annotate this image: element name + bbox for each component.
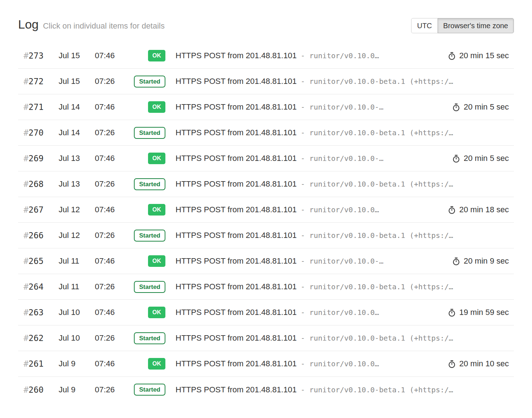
log-row[interactable]: #262 Jul 10 07:26 Started HTTPS POST fro… [18, 325, 514, 351]
status-badge-cell: Started [129, 76, 165, 88]
row-date: Jul 10 [59, 333, 95, 343]
row-date: Jul 9 [59, 359, 95, 368]
log-row[interactable]: #268 Jul 13 07:26 Started HTTPS POST fro… [18, 171, 514, 197]
duration-cell: 20 min 9 sec [452, 256, 509, 266]
row-time: 07:46 [95, 154, 129, 163]
status-badge-cell: Started [129, 281, 165, 293]
row-number-cell: #261 [24, 359, 59, 368]
row-number: 263 [29, 308, 44, 317]
stopwatch-icon [448, 52, 456, 60]
user-agent: - runitor/v0.10.0-… [301, 103, 384, 111]
title-wrap: LogClick on individual items for details [18, 18, 165, 30]
stopwatch-icon [452, 257, 460, 265]
event-description-cell: HTTPS POST from 201.48.81.101 - runitor/… [165, 256, 447, 266]
row-number-cell: #266 [24, 231, 59, 240]
row-number: 273 [29, 51, 44, 60]
stopwatch-icon [452, 154, 460, 163]
log-row[interactable]: #263 Jul 10 07:46 OK HTTPS POST from 201… [18, 300, 514, 325]
row-number-hash: # [24, 179, 29, 189]
event-description: HTTPS POST from 201.48.81.101 [176, 154, 297, 163]
row-number-hash: # [24, 282, 29, 291]
row-number-hash: # [24, 333, 29, 343]
event-description: HTTPS POST from 201.48.81.101 [176, 51, 297, 60]
row-date: Jul 13 [59, 179, 95, 189]
event-description: HTTPS POST from 201.48.81.101 [176, 128, 297, 137]
user-agent: - runitor/v0.10.0-beta.1 (+https:/… [301, 282, 453, 291]
row-time: 07:46 [95, 205, 129, 214]
log-row[interactable]: #270 Jul 14 07:26 Started HTTPS POST fro… [18, 120, 514, 146]
log-row[interactable]: #273 Jul 15 07:46 OK HTTPS POST from 201… [18, 43, 514, 69]
row-date: Jul 11 [59, 256, 95, 266]
status-badge: Started [134, 230, 165, 242]
user-agent: - runitor/v0.10.0-beta.1 (+https:/… [301, 334, 453, 342]
stopwatch-icon [452, 103, 460, 111]
status-badge: OK [148, 204, 165, 216]
row-number-hash: # [24, 128, 29, 137]
status-badge-cell: Started [129, 127, 165, 139]
event-description-cell: HTTPS POST from 201.48.81.101 - runitor/… [165, 359, 443, 368]
row-number-cell: #260 [24, 385, 59, 394]
row-number-hash: # [24, 102, 29, 112]
log-row[interactable]: #265 Jul 11 07:46 OK HTTPS POST from 201… [18, 248, 514, 274]
event-description-cell: HTTPS POST from 201.48.81.101 - runitor/… [165, 154, 447, 163]
status-badge: OK [148, 358, 165, 370]
duration-cell: 20 min 18 sec [448, 205, 509, 214]
event-description-cell: HTTPS POST from 201.48.81.101 - runitor/… [165, 51, 443, 60]
duration-text: 20 min 5 sec [464, 102, 509, 112]
status-badge: OK [148, 307, 165, 318]
status-badge-cell: OK [129, 204, 165, 216]
status-badge: Started [134, 281, 165, 293]
row-date: Jul 12 [59, 231, 95, 240]
utc-button[interactable]: UTC [411, 18, 438, 33]
user-agent: - runitor/v0.10.0-beta.1 (+https:/… [301, 77, 453, 86]
log-row[interactable]: #267 Jul 12 07:46 OK HTTPS POST from 201… [18, 197, 514, 223]
user-agent: - runitor/v0.10.0-beta.1 (+https:/… [301, 231, 453, 240]
log-row[interactable]: #260 Jul 9 07:26 Started HTTPS POST from… [18, 377, 514, 402]
row-number-hash: # [24, 231, 29, 240]
page-subtitle: Click on individual items for details [43, 21, 165, 30]
duration-text: 19 min 59 sec [459, 308, 509, 317]
log-row[interactable]: #264 Jul 11 07:26 Started HTTPS POST fro… [18, 274, 514, 300]
row-number-hash: # [24, 154, 29, 163]
row-date: Jul 15 [59, 77, 95, 86]
row-number: 272 [29, 77, 44, 86]
event-description-cell: HTTPS POST from 201.48.81.101 - runitor/… [165, 77, 509, 86]
browser-timezone-button[interactable]: Browser's time zone [438, 18, 514, 33]
duration-cell: 20 min 5 sec [452, 102, 509, 112]
user-agent: - runitor/v0.10.0… [301, 51, 379, 60]
row-number-hash: # [24, 256, 29, 266]
duration-cell: 20 min 5 sec [452, 154, 509, 163]
stopwatch-icon [448, 308, 456, 317]
page-title: Log [18, 17, 39, 31]
row-time: 07:26 [95, 333, 129, 343]
event-description: HTTPS POST from 201.48.81.101 [176, 205, 297, 214]
row-number: 265 [29, 256, 44, 266]
log-row[interactable]: #271 Jul 14 07:46 OK HTTPS POST from 201… [18, 94, 514, 120]
row-date: Jul 15 [59, 51, 95, 60]
log-table: #273 Jul 15 07:46 OK HTTPS POST from 201… [18, 43, 514, 402]
duration-text: 20 min 15 sec [459, 51, 509, 60]
row-time: 07:26 [95, 179, 129, 189]
event-description: HTTPS POST from 201.48.81.101 [176, 179, 297, 189]
status-badge-cell: OK [129, 307, 165, 318]
row-time: 07:26 [95, 385, 129, 394]
log-row[interactable]: #261 Jul 9 07:46 OK HTTPS POST from 201.… [18, 351, 514, 377]
row-number: 264 [29, 282, 44, 291]
status-badge: Started [134, 76, 165, 88]
event-description: HTTPS POST from 201.48.81.101 [176, 333, 297, 343]
duration-text: 20 min 10 sec [459, 359, 509, 368]
log-row[interactable]: #269 Jul 13 07:46 OK HTTPS POST from 201… [18, 146, 514, 171]
log-row[interactable]: #266 Jul 12 07:26 Started HTTPS POST fro… [18, 223, 514, 248]
status-badge-cell: Started [129, 384, 165, 396]
event-description-cell: HTTPS POST from 201.48.81.101 - runitor/… [165, 179, 509, 189]
row-time: 07:26 [95, 77, 129, 86]
status-badge-cell: OK [129, 153, 165, 164]
row-date: Jul 9 [59, 385, 95, 394]
event-description-cell: HTTPS POST from 201.48.81.101 - runitor/… [165, 333, 509, 343]
row-date: Jul 13 [59, 154, 95, 163]
log-row[interactable]: #272 Jul 15 07:26 Started HTTPS POST fro… [18, 69, 514, 94]
row-number-cell: #269 [24, 154, 59, 163]
timezone-toggle: UTC Browser's time zone [411, 18, 514, 33]
row-number: 268 [29, 179, 44, 189]
event-description-cell: HTTPS POST from 201.48.81.101 - runitor/… [165, 385, 509, 394]
